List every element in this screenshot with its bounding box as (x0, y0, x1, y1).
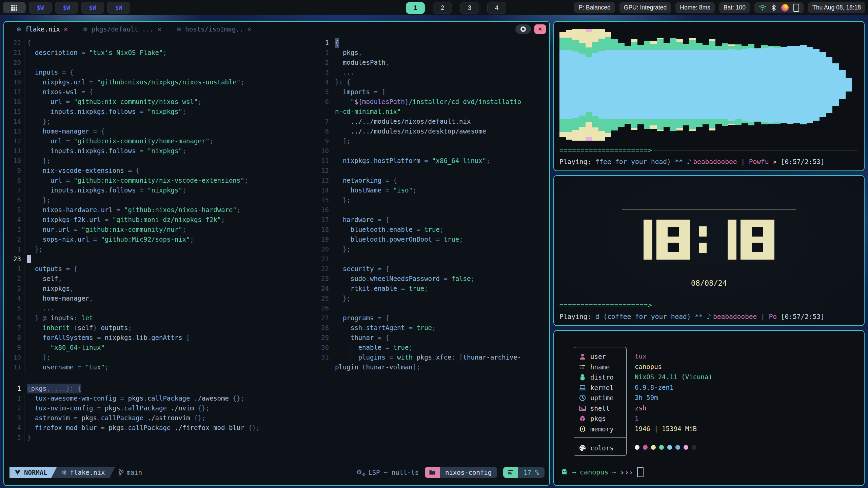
code-token: { (386, 333, 389, 343)
color-dot (643, 445, 648, 450)
viz-segment (826, 57, 832, 85)
code-token: , (386, 58, 389, 67)
gutter-separator (329, 274, 335, 284)
viz-segment (800, 85, 806, 124)
viz-segment (592, 29, 598, 42)
indent-guide (343, 343, 351, 352)
phone-icon[interactable] (793, 4, 799, 12)
code-token: true (416, 323, 432, 333)
indent (27, 77, 35, 87)
code-token: sudo (351, 274, 366, 284)
code-token: ../../modules/nixos/default.nix (351, 117, 471, 126)
tag-tab-4[interactable]: 4 (487, 2, 506, 14)
color-dot (651, 445, 656, 450)
editor-pane-flake[interactable]: 22{21 description = "tux's NixOS Flake";… (9, 38, 315, 372)
statusline-file: ❄ flake.nix (52, 467, 115, 478)
viz-bar (787, 29, 793, 141)
code-line: 12 (317, 166, 550, 176)
music-note-icon: ♪ (687, 158, 693, 166)
buffer-close-icon[interactable]: × (247, 25, 251, 33)
editor-pane-pkgs[interactable]: 1{pkgs, ...}: {1 tux-awesome-wm-config =… (9, 384, 315, 443)
code-token: { (70, 67, 74, 77)
buffer-tab-iso[interactable]: ❄ hosts/isoImag.. × (169, 22, 259, 37)
code-token: nixos-wsl (43, 87, 78, 97)
buffer-tab-flake[interactable]: ❄ flake.nix × (9, 22, 75, 37)
viz-segment (605, 85, 611, 119)
code-token: = (374, 333, 385, 343)
code-line: 20 (9, 58, 315, 67)
code-token: = (397, 284, 409, 293)
code-token: xfce (436, 352, 452, 362)
indent-guide (351, 352, 358, 362)
viz-segment (664, 50, 670, 85)
indent (27, 352, 35, 362)
buffer-tab-pkgs[interactable]: ❄ pkgs/default ... × (75, 22, 169, 37)
code-token: ... (343, 67, 354, 77)
bluetooth-icon[interactable] (771, 4, 776, 12)
code-token: . (105, 107, 108, 117)
visualizer-window: =====================> Playing: ffee for… (553, 21, 865, 171)
progress-track-line (654, 305, 859, 305)
indent-guide (35, 176, 43, 185)
code-token: startAgent (366, 323, 405, 333)
code-token: url (51, 136, 62, 146)
buffer-close-icon[interactable]: × (157, 25, 161, 33)
viz-bar (689, 29, 696, 141)
code-token: . (370, 284, 374, 293)
gutter-separator (21, 176, 27, 185)
line-number: 7 (9, 185, 21, 195)
prompt-path: ~ (612, 468, 616, 476)
prompt-chevrons: ››› (620, 468, 633, 476)
network-icon[interactable] (759, 4, 766, 11)
indent-guide (35, 146, 43, 156)
viz-segment (800, 45, 806, 85)
viz-bar (748, 29, 754, 141)
line-number: 4 (9, 293, 21, 303)
fetch-values: tuxcanopusNixOS 24.11 (Vicuna)6.9.8-zen1… (635, 347, 712, 456)
viz-segment (689, 129, 696, 131)
shell-prompt[interactable]: → canopus ~ ››› (560, 467, 644, 477)
viz-segment (566, 119, 572, 131)
code-token: = (370, 87, 381, 97)
indent (27, 126, 35, 136)
editor-window: ❄ flake.nix × ❄ pkgs/default ... × ❄ hos… (3, 21, 550, 486)
firefox-icon[interactable] (781, 4, 789, 12)
viz-segment (676, 85, 683, 119)
tag-tab-1[interactable]: 1 (406, 2, 425, 14)
launcher-button[interactable] (3, 2, 26, 13)
code-token: " (351, 97, 354, 107)
statusline-mode: NORMAL (9, 467, 57, 478)
viz-segment (715, 85, 722, 119)
code-token: = (89, 235, 101, 244)
line-number: 2 (9, 274, 21, 284)
gutter-separator (21, 38, 27, 48)
buffer-close-icon[interactable]: × (64, 25, 68, 33)
code-token: = (85, 77, 97, 87)
window-toggle-button[interactable] (515, 24, 531, 34)
tag-tab-3[interactable]: 3 (460, 2, 479, 14)
line-number: 13 (317, 176, 329, 185)
gutter-separator (329, 313, 335, 323)
gutter-separator (329, 323, 335, 333)
code-token: . (120, 403, 124, 413)
window-close-button[interactable]: × (534, 24, 546, 34)
line-number: 1 (9, 244, 21, 254)
workspace-button-1[interactable]: $W (29, 2, 52, 14)
code-token: ]; (43, 352, 51, 362)
viz-bar (611, 29, 618, 141)
editor-pane-iso[interactable]: 1{1 pkgs,2 modulesPath,3 ...4}: {5 impor… (317, 38, 550, 372)
viz-bar (846, 29, 852, 141)
fetch-label: user (590, 353, 606, 360)
line-number: 7 (9, 323, 21, 333)
tag-tab-2[interactable]: 2 (433, 2, 452, 14)
workspace-button-2[interactable]: $W (55, 2, 78, 14)
line-number: 1 (317, 48, 329, 58)
viz-segment (735, 44, 742, 50)
code-token: = (440, 274, 451, 284)
gutter-separator (21, 362, 27, 372)
code-token: url (74, 77, 85, 87)
code-line: 3 ... (317, 67, 550, 77)
workspace-button-4[interactable]: $W (107, 2, 130, 14)
now-playing: Playing: ffee for your head) ** ♪ beabad… (559, 158, 859, 166)
workspace-button-3[interactable]: $W (81, 2, 104, 14)
